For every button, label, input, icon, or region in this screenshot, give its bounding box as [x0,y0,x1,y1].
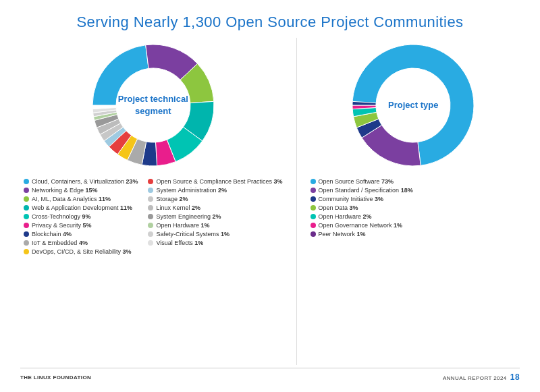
legend-item: Web & Application Development 11% [24,204,138,211]
chart1-legend-col1: Cloud, Containers, & Virtualization 23%N… [24,178,138,255]
chart1-svg [79,38,227,173]
legend-item: Storage 2% [148,196,282,202]
legend-dot [148,214,153,219]
legend-text: Open Data 3% [319,204,358,211]
footer: THE LINUX FOUNDATION ANNUAL REPORT 2024 … [20,368,520,382]
chart-divider [296,38,297,365]
legend-item: DevOps, CI/CD, & Site Reliability 3% [24,248,138,255]
legend-text: System Administration 2% [156,187,227,194]
legend-dot [310,214,316,219]
legend-text: Safety-Critical Systems 1% [156,231,230,237]
legend-text: Web & Application Development 11% [32,204,132,211]
legend-item: Visual Effects 1% [148,240,282,246]
legend-text: Open Hardware 2% [319,213,372,220]
legend-dot [310,196,316,202]
legend-dot [24,205,29,211]
legend-text: Blockchain 4% [32,231,72,237]
chart1-legend-col2: Open Source & Compliance Best Practices … [148,178,282,255]
legend-dot [24,240,29,246]
chart2-section: Project type Open Source Software 73%Ope… [307,38,520,365]
legend-text: Visual Effects 1% [156,240,203,246]
legend-text: Cross-Technology 9% [32,213,91,220]
legend-dot [24,223,29,228]
legend-item: Open Standard / Specification 18% [310,187,413,194]
legend-item: Open Source Software 73% [310,178,413,185]
legend-item: Open Governance Network 1% [310,222,413,229]
legend-dot [310,179,316,184]
legend-text: Community Initiative 3% [319,196,384,202]
chart2-legend: Open Source Software 73%Open Standard / … [307,178,520,237]
page-title: Serving Nearly 1,300 Open Source Project… [20,13,520,31]
legend-dot [148,231,153,237]
chart2-donut: Project type [339,38,487,173]
legend-item: System Administration 2% [148,187,282,194]
legend-dot [148,205,153,211]
legend-item: Open Hardware 2% [310,213,413,220]
chart2-svg [339,38,487,173]
legend-dot [148,188,153,193]
page: Serving Nearly 1,300 Open Source Project… [0,0,540,392]
legend-dot [310,188,316,193]
legend-text: IoT & Embedded 4% [32,240,88,246]
legend-dot [310,205,316,211]
footer-right: ANNUAL REPORT 2024 18 [443,372,520,382]
legend-text: Open Governance Network 1% [319,222,403,229]
legend-item: Open Data 3% [310,204,413,211]
legend-dot [148,179,153,184]
legend-item: Networking & Edge 15% [24,187,138,194]
legend-item: Peer Network 1% [310,231,413,237]
legend-text: Open Standard / Specification 18% [319,187,413,194]
legend-item: Community Initiative 3% [310,196,413,202]
legend-text: Open Source & Compliance Best Practices … [156,178,282,185]
chart1-donut: Project technicalsegment [79,38,227,173]
legend-dot [24,231,29,237]
legend-item: Open Hardware 1% [148,222,282,229]
legend-item: IoT & Embedded 4% [24,240,138,246]
legend-item: System Engineering 2% [148,213,282,220]
legend-dot [24,188,29,193]
legend-item: Safety-Critical Systems 1% [148,231,282,237]
legend-text: Storage 2% [156,196,188,202]
legend-text: System Engineering 2% [156,213,221,220]
legend-item: Cloud, Containers, & Virtualization 23% [24,178,138,185]
legend-item: Open Source & Compliance Best Practices … [148,178,282,185]
chart1-legend: Cloud, Containers, & Virtualization 23%N… [20,178,286,255]
footer-left: THE LINUX FOUNDATION [20,374,91,381]
page-number: 18 [510,372,520,382]
legend-item: AI, ML, Data & Analytics 11% [24,196,138,202]
legend-item: Linux Kernel 2% [148,204,282,211]
legend-text: Cloud, Containers, & Virtualization 23% [32,178,138,185]
legend-dot [24,196,29,202]
legend-text: Linux Kernel 2% [156,204,200,211]
legend-dot [148,223,153,228]
legend-text: Open Hardware 1% [156,222,209,229]
legend-text: Privacy & Security 5% [32,222,92,229]
legend-text: Networking & Edge 15% [32,187,98,194]
legend-dot [310,223,316,228]
legend-item: Cross-Technology 9% [24,213,138,220]
legend-text: DevOps, CI/CD, & Site Reliability 3% [32,248,132,255]
legend-dot [24,249,29,254]
legend-text: AI, ML, Data & Analytics 11% [32,196,111,202]
legend-dot [24,179,29,184]
chart1-section: Project technicalsegment Cloud, Containe… [20,38,286,365]
legend-dot [148,240,153,246]
legend-dot [310,231,316,237]
legend-text: Peer Network 1% [319,231,366,237]
legend-dot [24,214,29,219]
chart2-legend-col: Open Source Software 73%Open Standard / … [310,178,413,237]
legend-dot [148,196,153,202]
legend-item: Blockchain 4% [24,231,138,237]
charts-row: Project technicalsegment Cloud, Containe… [20,38,520,365]
legend-text: Open Source Software 73% [319,178,394,185]
legend-item: Privacy & Security 5% [24,222,138,229]
